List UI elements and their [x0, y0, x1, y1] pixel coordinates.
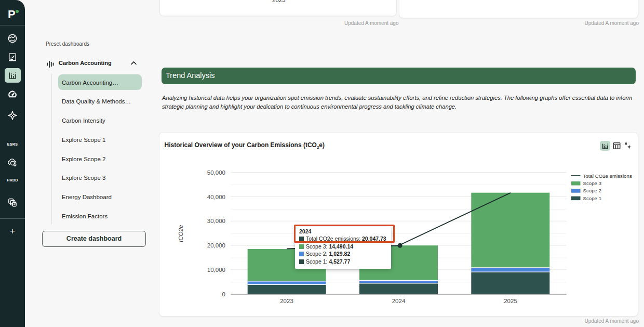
svg-text:tCO2e: tCO2e [178, 225, 184, 242]
svg-text:2024: 2024 [392, 298, 406, 304]
svg-text:20,000: 20,000 [207, 242, 225, 248]
svg-text:2023: 2023 [280, 298, 293, 304]
svg-text:Scope 2: Scope 2 [583, 188, 602, 193]
svg-text:30,000: 30,000 [207, 218, 225, 224]
svg-text:Scope 3: Scope 3 [583, 180, 602, 186]
svg-text:40,000: 40,000 [207, 194, 225, 200]
svg-text:2025: 2025 [504, 298, 517, 304]
svg-text:50,000: 50,000 [207, 169, 225, 176]
svg-text:0: 0 [222, 291, 225, 297]
svg-text:10,000: 10,000 [207, 267, 225, 273]
svg-text:Scope 1: Scope 1 [583, 195, 602, 201]
svg-text:Total CO2e emissions: Total CO2e emissions [583, 173, 632, 179]
